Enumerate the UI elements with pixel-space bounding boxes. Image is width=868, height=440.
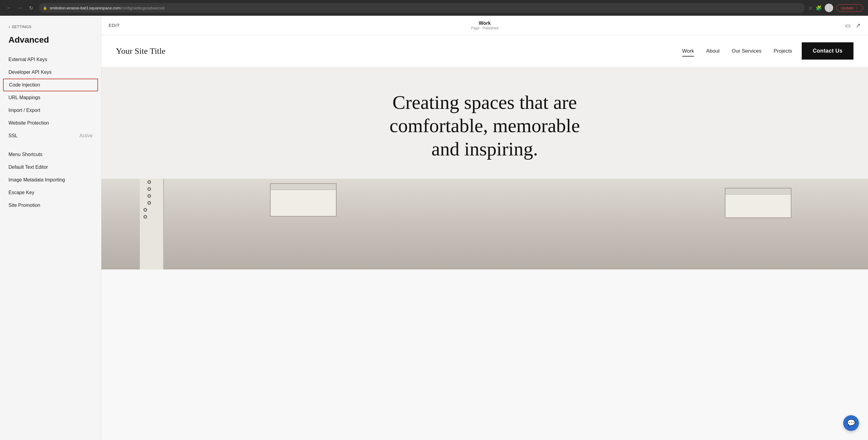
sidebar-item-import-export[interactable]: Import / Export bbox=[0, 104, 101, 117]
site-logo: Your Site Title bbox=[116, 46, 165, 56]
reload-button[interactable]: ↻ bbox=[27, 4, 35, 12]
nav-item-work[interactable]: Work bbox=[676, 46, 700, 57]
contact-us-button[interactable]: Contact Us bbox=[802, 42, 854, 60]
address-bar[interactable]: 🔒 smilodon-wrasse-bat3.squarespace.com/c… bbox=[39, 3, 805, 13]
hero-headline: Creating spaces that are comfortable, me… bbox=[379, 91, 591, 161]
sidebar: ‹ SETTINGS Advanced External API Keys De… bbox=[0, 16, 101, 440]
site-hero: Creating spaces that are comfortable, me… bbox=[101, 67, 868, 179]
sidebar-item-default-text-editor[interactable]: Default Text Editor bbox=[0, 161, 101, 174]
site-image-section bbox=[101, 179, 868, 269]
chevron-left-icon: ‹ bbox=[8, 24, 10, 29]
avatar[interactable] bbox=[825, 4, 833, 12]
sidebar-nav-second: Menu Shortcuts Default Text Editor Image… bbox=[0, 148, 101, 212]
website-preview: Your Site Title Work About Our Services … bbox=[101, 35, 868, 440]
preview-toolbar: EDIT Work Page · Published ▭ ↗ bbox=[101, 16, 868, 35]
browser-nav-buttons: ← → ↻ bbox=[5, 4, 35, 12]
sidebar-item-image-metadata-importing[interactable]: Image Metadata Importing bbox=[0, 174, 101, 186]
sidebar-item-url-mappings[interactable]: URL Mappings bbox=[0, 91, 101, 104]
sidebar-item-code-injection[interactable]: Code Injection bbox=[3, 79, 98, 91]
browser-chrome: ← → ↻ 🔒 smilodon-wrasse-bat3.squarespace… bbox=[0, 0, 868, 16]
site-nav: Work About Our Services Projects Contact… bbox=[676, 42, 854, 60]
sidebar-item-developer-api-keys[interactable]: Developer API Keys bbox=[0, 66, 101, 79]
lock-icon: 🔒 bbox=[43, 6, 47, 10]
extensions-icon[interactable]: 🧩 bbox=[816, 5, 822, 11]
chat-button[interactable]: 💬 bbox=[843, 415, 859, 431]
site-header: Your Site Title Work About Our Services … bbox=[101, 35, 868, 67]
sidebar-nav: External API Keys Developer API Keys Cod… bbox=[0, 53, 101, 142]
sidebar-title: Advanced bbox=[0, 35, 101, 53]
browser-actions: ☆ 🧩 Update ⋮ bbox=[808, 4, 863, 12]
external-link-icon[interactable]: ↗ bbox=[856, 22, 861, 29]
preview-panel: EDIT Work Page · Published ▭ ↗ Your Site… bbox=[101, 16, 868, 440]
nav-item-projects[interactable]: Projects bbox=[768, 46, 798, 57]
sidebar-item-website-protection[interactable]: Website Protection bbox=[0, 117, 101, 129]
update-button[interactable]: Update ⋮ bbox=[836, 4, 863, 12]
mobile-preview-icon[interactable]: ▭ bbox=[845, 22, 851, 29]
sidebar-item-site-promotion[interactable]: Site Promotion bbox=[0, 199, 101, 212]
ssl-status-badge: Active bbox=[79, 133, 93, 138]
preview-actions: ▭ ↗ bbox=[845, 22, 861, 29]
edit-button[interactable]: EDIT bbox=[108, 23, 120, 28]
page-info: Work Page · Published bbox=[471, 21, 498, 30]
nav-item-our-services[interactable]: Our Services bbox=[726, 46, 768, 57]
curtain-decoration bbox=[101, 179, 868, 269]
ssl-label: SSL bbox=[8, 133, 18, 138]
sidebar-item-ssl[interactable]: SSL Active bbox=[0, 129, 101, 142]
back-button[interactable]: ← bbox=[5, 4, 13, 12]
page-name: Work bbox=[471, 21, 498, 26]
sidebar-divider bbox=[0, 142, 101, 148]
app-layout: ‹ SETTINGS Advanced External API Keys De… bbox=[0, 16, 868, 440]
settings-back-label: SETTINGS bbox=[12, 25, 31, 29]
forward-button[interactable]: → bbox=[16, 4, 24, 12]
sidebar-item-external-api-keys[interactable]: External API Keys bbox=[0, 53, 101, 66]
nav-item-about[interactable]: About bbox=[700, 46, 725, 57]
address-text: smilodon-wrasse-bat3.squarespace.com/con… bbox=[50, 6, 165, 10]
sidebar-item-escape-key[interactable]: Escape Key bbox=[0, 186, 101, 199]
sidebar-back[interactable]: ‹ SETTINGS bbox=[0, 24, 101, 35]
page-status: Page · Published bbox=[471, 26, 498, 30]
sidebar-item-menu-shortcuts[interactable]: Menu Shortcuts bbox=[0, 148, 101, 161]
bookmark-icon[interactable]: ☆ bbox=[808, 5, 813, 11]
chat-icon: 💬 bbox=[847, 419, 855, 427]
